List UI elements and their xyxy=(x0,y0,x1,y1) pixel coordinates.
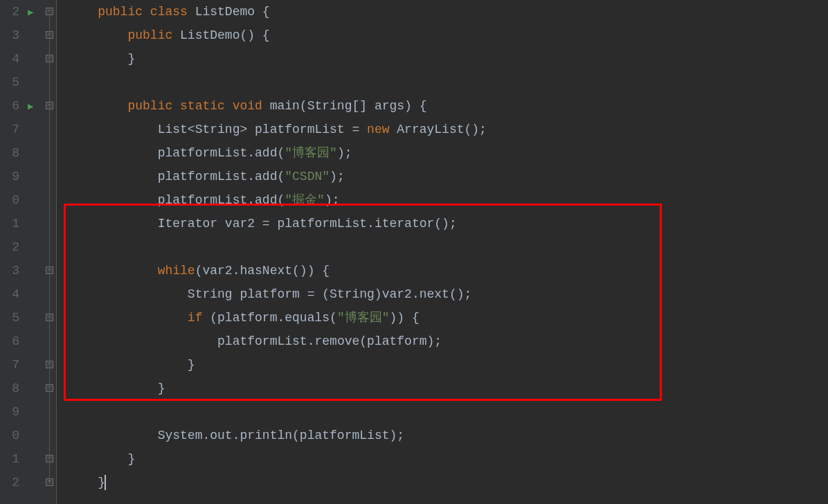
line-number: 7 xyxy=(0,353,19,377)
code-line[interactable]: while(var2.hasNext()) { xyxy=(68,259,828,282)
text-cursor xyxy=(105,475,106,490)
line-number: 0 xyxy=(0,424,19,447)
line-number: 4 xyxy=(0,282,19,306)
code-line[interactable]: platformList.add("CSDN"); xyxy=(68,165,828,188)
line-number: 7 xyxy=(0,118,19,141)
line-number: 4 xyxy=(0,47,19,71)
line-number: 5 xyxy=(0,71,19,94)
line-number: 3 xyxy=(0,24,19,47)
fold-gutter: − − + − − − + + + + xyxy=(43,0,57,504)
code-line[interactable]: String platform = (String)var2.next(); xyxy=(68,282,828,306)
line-number-gutter: 2 3 4 5 6 7 8 9 0 1 2 3 4 5 6 7 8 9 0 1 … xyxy=(0,0,24,504)
code-line[interactable]: platformList.add("掘金"); xyxy=(68,188,828,212)
code-line[interactable]: } xyxy=(68,353,828,377)
line-number: 6 xyxy=(0,94,19,118)
line-number: 8 xyxy=(0,141,19,165)
code-line[interactable]: } xyxy=(68,471,828,494)
code-line[interactable]: platformList.add("博客园"); xyxy=(68,141,828,165)
line-number: 0 xyxy=(0,188,19,212)
line-number: 9 xyxy=(0,400,19,424)
line-number: 3 xyxy=(0,259,19,282)
code-line[interactable]: } xyxy=(68,377,828,400)
line-number: 6 xyxy=(0,330,19,353)
line-number: 2 xyxy=(0,471,19,494)
fold-toggle-icon[interactable]: − xyxy=(46,8,53,15)
run-marker-gutter: ▶ ▶ xyxy=(24,0,43,504)
code-line[interactable] xyxy=(68,71,828,94)
run-icon[interactable]: ▶ xyxy=(28,100,33,112)
code-line[interactable] xyxy=(68,400,828,424)
line-number: 9 xyxy=(0,165,19,188)
code-line[interactable]: platformList.remove(platform); xyxy=(68,330,828,353)
line-number: 1 xyxy=(0,212,19,235)
code-line[interactable]: System.out.println(platformList); xyxy=(68,424,828,447)
fold-close-icon[interactable]: + xyxy=(46,478,53,486)
code-line[interactable] xyxy=(68,235,828,259)
line-number: 2 xyxy=(0,235,19,259)
line-number: 1 xyxy=(0,447,19,471)
line-number: 5 xyxy=(0,306,19,330)
code-line[interactable]: public ListDemo() { xyxy=(68,24,828,47)
code-line[interactable]: } xyxy=(68,447,828,471)
code-line[interactable]: Iterator var2 = platformList.iterator(); xyxy=(68,212,828,235)
code-editor[interactable]: 2 3 4 5 6 7 8 9 0 1 2 3 4 5 6 7 8 9 0 1 … xyxy=(0,0,828,504)
code-line[interactable]: public class ListDemo { xyxy=(68,0,828,24)
code-line[interactable]: } xyxy=(68,47,828,71)
run-icon[interactable]: ▶ xyxy=(28,6,33,18)
line-number: 8 xyxy=(0,377,19,400)
code-line[interactable]: if (platform.equals("博客园")) { xyxy=(68,306,828,330)
code-content[interactable]: public class ListDemo { public ListDemo(… xyxy=(57,0,828,504)
code-line[interactable]: List<String> platformList = new ArrayLis… xyxy=(68,118,828,141)
line-number: 2 xyxy=(0,0,19,24)
code-line[interactable]: public static void main(String[] args) { xyxy=(68,94,828,118)
